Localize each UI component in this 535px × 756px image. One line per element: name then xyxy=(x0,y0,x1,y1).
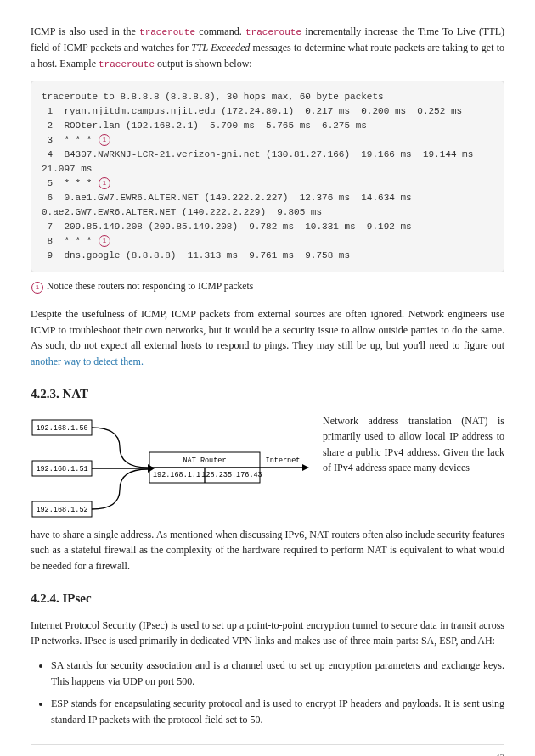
nat-diagram: 192.168.1.50 192.168.1.51 192.168.1.52 N… xyxy=(31,413,311,524)
ipsec-bullet-sa: SA stands for security association and i… xyxy=(51,658,504,689)
svg-text:128.235.176.43: 128.235.176.43 xyxy=(201,471,262,479)
traceroute-output: traceroute to 8.8.8.8 (8.8.8.8), 30 hops… xyxy=(31,81,504,273)
svg-text:192.168.1.51: 192.168.1.51 xyxy=(36,465,87,473)
italic-ttl-exceeded: TTL Exceeded xyxy=(191,42,250,53)
callout-note: 1 Notice these routers not responding to… xyxy=(31,279,504,294)
page-footer: 43 xyxy=(31,744,504,756)
svg-text:192.168.1.50: 192.168.1.50 xyxy=(36,424,87,433)
nat-paragraph-side: Network address translation (NAT) is pri… xyxy=(323,413,504,476)
intro-paragraph: ICMP is also used in the traceroute comm… xyxy=(31,24,504,72)
svg-marker-14 xyxy=(302,464,309,471)
callout-note-marker: 1 xyxy=(31,282,43,294)
paragraph-icmp-ignored: Despite the usefulness of ICMP, ICMP pac… xyxy=(31,306,504,369)
code-traceroute-3: traceroute xyxy=(99,59,155,70)
callout-marker-3: 1 xyxy=(99,235,110,247)
svg-text:192.168.1.1: 192.168.1.1 xyxy=(153,471,200,479)
heading-ipsec: 4.2.4. IPsec xyxy=(31,589,504,608)
page-number: 43 xyxy=(495,752,504,756)
svg-text:Internet: Internet xyxy=(266,456,301,465)
nat-paragraph-continue: have to share a single address. As menti… xyxy=(31,527,504,574)
ipsec-paragraph: Internet Protocol Security (IPsec) is us… xyxy=(31,618,504,649)
heading-nat: 4.2.3. NAT xyxy=(31,384,504,404)
callout-marker-1: 1 xyxy=(99,134,110,146)
callout-marker-2: 1 xyxy=(99,177,110,189)
svg-text:NAT Router: NAT Router xyxy=(183,456,226,465)
code-traceroute-2: traceroute xyxy=(245,27,301,37)
ipsec-list: SA stands for security association and i… xyxy=(31,658,504,727)
ipsec-bullet-esp: ESP stands for encapsulating security pr… xyxy=(51,696,504,727)
link-detect-them[interactable]: another way to detect them. xyxy=(31,356,144,367)
svg-text:192.168.1.52: 192.168.1.52 xyxy=(36,506,87,514)
code-traceroute-1: traceroute xyxy=(139,27,195,37)
